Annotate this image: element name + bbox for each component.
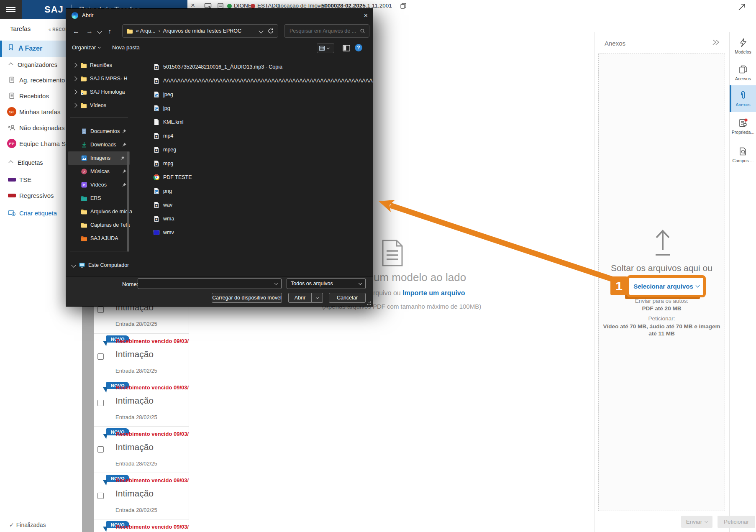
filename-combo[interactable]: [138, 278, 282, 289]
tree-item-reunioes[interactable]: Reuniões: [66, 59, 132, 72]
paperclip-icon: [738, 90, 748, 100]
tree-item-imagens-selected[interactable]: Imagens: [68, 151, 130, 165]
file-name: wma: [163, 216, 174, 222]
tree-item-arquivos-midia[interactable]: Arquivos de mídia: [66, 205, 132, 218]
status-user: DIONE: [234, 3, 252, 9]
recent-locations-icon[interactable]: [97, 29, 102, 33]
view-mode-button[interactable]: [317, 43, 334, 53]
tree-item-capturas[interactable]: Capturas de Tela: [66, 218, 132, 232]
task-card[interactable]: NOVO Recebimento vencido 09/03/25|: [94, 519, 189, 532]
tab-propriedades[interactable]: Proprieda...: [730, 116, 756, 136]
tab-acervos[interactable]: Acervos: [730, 63, 756, 83]
petition-button[interactable]: Peticionar: [718, 516, 755, 528]
organize-menu-button[interactable]: Organizar: [72, 44, 100, 51]
task-checkbox[interactable]: [97, 307, 104, 313]
open-button[interactable]: Abrir: [288, 293, 312, 303]
preview-pane-icon[interactable]: [342, 44, 351, 52]
file-row[interactable]: AAAAAAAAAAAAAAAAAAAAAAAAAAAAAAAAAAAAAAAA…: [132, 74, 373, 87]
send-button[interactable]: Enviar: [681, 516, 712, 528]
help-icon[interactable]: ?: [355, 44, 362, 51]
file-dropzone[interactable]: Soltar os arquivos aqui ou Selecionar ar…: [598, 54, 725, 511]
file-row[interactable]: png: [132, 184, 373, 198]
file-row[interactable]: jpeg: [132, 87, 373, 101]
file-row[interactable]: wmv: [132, 225, 373, 239]
copy-icon[interactable]: [400, 3, 407, 9]
task-card[interactable]: NOVO Recebimento vencido 09/03/25| Intim…: [94, 380, 189, 426]
tree-divider: [70, 251, 128, 251]
new-folder-button[interactable]: Nova pasta: [112, 44, 140, 51]
dialog-close-button[interactable]: ×: [359, 9, 373, 22]
music-icon: [81, 168, 87, 175]
cancel-button[interactable]: Cancelar: [329, 293, 366, 303]
send-limit-value: PDF até 20 MB: [599, 305, 725, 312]
note-icon[interactable]: [217, 3, 224, 9]
tree-label: Documentos: [90, 128, 121, 134]
expand-window-icon[interactable]: [737, 3, 746, 12]
folder-icon: [80, 75, 87, 82]
task-checkbox[interactable]: [97, 446, 104, 453]
filename-input[interactable]: [141, 280, 275, 287]
folder-icon: [80, 102, 87, 109]
select-files-button[interactable]: Selecionar arquivos: [627, 275, 706, 297]
resize-grip[interactable]: [366, 300, 371, 305]
forward-icon[interactable]: →: [86, 28, 93, 35]
upload-arrow-icon: [650, 228, 675, 258]
step-1-badge: 1: [610, 276, 628, 295]
tree-item-videos[interactable]: Vídeos: [66, 178, 132, 192]
file-row[interactable]: jpg: [132, 101, 373, 115]
collapse-panel-icon[interactable]: [711, 38, 720, 46]
task-card[interactable]: NOVO Recebimento vencido 09/03/25| Intim…: [94, 426, 189, 473]
sidebar-item-finalizadas[interactable]: ✓ Finalizadas: [0, 519, 82, 531]
task-card[interactable]: NOVO Recebimento vencido 09/03/25| Intim…: [94, 333, 189, 380]
task-entry-date: Entrada 28/02/25: [115, 368, 157, 374]
task-checkbox[interactable]: [97, 400, 104, 406]
import-file-link[interactable]: Importe um arquivo: [402, 289, 465, 297]
tab-campos[interactable]: Campos ...: [730, 145, 756, 165]
file-row[interactable]: KML.kml: [132, 115, 373, 129]
breadcrumb-current[interactable]: Arquivos de mídia Testes EPROC: [163, 28, 241, 34]
tree-item-saj-homolog[interactable]: SAJ Homologa: [66, 85, 132, 99]
tree-item-ers[interactable]: ERS: [66, 192, 132, 205]
sidebar-footer-divider: [0, 518, 82, 518]
task-checkbox[interactable]: [97, 493, 104, 499]
address-bar[interactable]: « Arqu... › Arquivos de mídia Testes EPR…: [122, 24, 278, 38]
open-split-dropdown[interactable]: [312, 293, 323, 303]
file-row[interactable]: mp4: [132, 129, 373, 143]
sidebar-item-label: Finalizadas: [16, 522, 46, 528]
dialog-titlebar[interactable]: Abrir: [66, 9, 373, 22]
file-row[interactable]: wav: [132, 198, 373, 212]
tree-item-documentos[interactable]: Documentos: [66, 125, 132, 138]
tree-scrollbar[interactable]: [127, 151, 129, 252]
refresh-icon[interactable]: [267, 28, 274, 34]
tree-item-saj-ajuda[interactable]: SAJ AJUDA: [66, 232, 132, 245]
file-row[interactable]: 50150373520248210016_1_ÁUDIO13.mp3 - Cop…: [132, 60, 373, 74]
file-row[interactable]: mpg: [132, 156, 373, 170]
task-checkbox[interactable]: [97, 353, 104, 360]
tree-item-musicas[interactable]: Músicas: [66, 165, 132, 178]
file-row[interactable]: wma: [132, 212, 373, 225]
tree-item-downloads[interactable]: Downloads: [66, 138, 132, 151]
back-icon[interactable]: ←: [73, 28, 79, 35]
overdue-label: Recebimento vencido 09/03/25|: [116, 431, 189, 437]
close-tab-icon[interactable]: ×: [191, 1, 195, 10]
search-input[interactable]: [289, 28, 358, 34]
media-file-icon: [153, 202, 160, 208]
tree-item-saj5[interactable]: SAJ 5 MPRS- H: [66, 72, 132, 85]
tab-anexos[interactable]: Anexos: [730, 85, 756, 112]
task-card[interactable]: NOVO Recebimento vencido 09/03/25| Intim…: [94, 473, 189, 519]
filetype-select[interactable]: Todos os arquivos: [287, 278, 366, 289]
device-icon[interactable]: [204, 3, 212, 9]
tree-item-videos-top[interactable]: Vídeos: [66, 99, 132, 112]
breadcrumb-root[interactable]: « Arqu...: [136, 28, 156, 34]
mobile-upload-button[interactable]: Carregar do dispositivo móvel: [212, 293, 282, 303]
tab-modelos[interactable]: Modelos: [730, 36, 756, 56]
address-dropdown-icon[interactable]: [259, 28, 263, 33]
up-icon[interactable]: ↑: [108, 28, 111, 35]
search-icon: [360, 28, 365, 34]
tree-item-este-computador[interactable]: Este Computador: [66, 258, 132, 272]
avatar-initials: ST: [7, 107, 16, 116]
file-row[interactable]: mpeg: [132, 143, 373, 156]
search-box[interactable]: [284, 24, 369, 38]
file-row[interactable]: PDF TESTE: [132, 170, 373, 184]
hamburger-menu-button[interactable]: [0, 0, 22, 19]
